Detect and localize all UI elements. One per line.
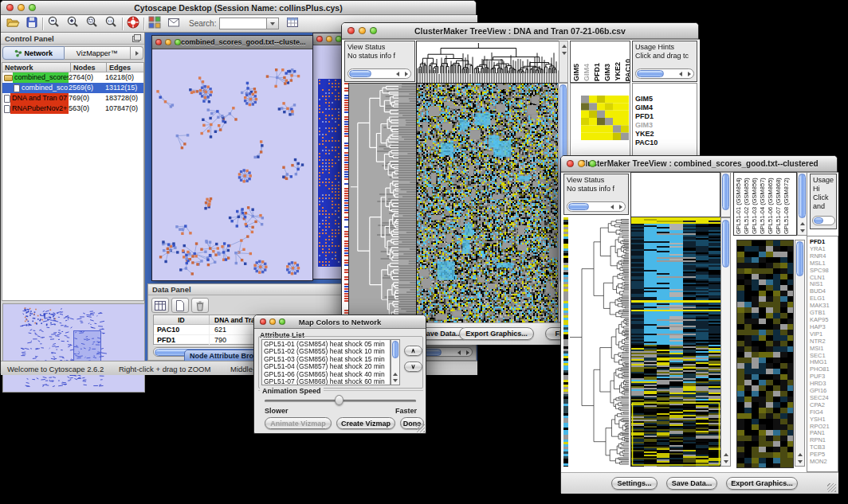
resize-grip[interactable]	[827, 483, 836, 492]
tv2-zoom-heatmap[interactable]	[736, 240, 794, 468]
tv2-button-settings[interactable]: Settings...	[611, 477, 658, 490]
tv2-hints-hscrollbar[interactable]	[812, 216, 835, 225]
network-table-row[interactable]: combined_scores2764(0)16218(0)	[2, 72, 143, 83]
tv1-button-export-graphics[interactable]: Export Graphics...	[459, 327, 534, 340]
usage-hints-title: Usage Hints	[635, 43, 694, 52]
tv2-labels-vscrollbar[interactable]	[797, 172, 807, 236]
import-table-icon[interactable]	[285, 15, 300, 33]
tv2-zoom-vscrollbar[interactable]	[795, 240, 805, 467]
select-attributes-button[interactable]	[151, 298, 169, 313]
tv1-row-label[interactable]: GIM5	[635, 95, 697, 104]
column-header-edges[interactable]: Edges	[107, 63, 143, 72]
move-up-button[interactable]: ∧	[404, 346, 422, 356]
zoom-button[interactable]	[589, 160, 596, 167]
gene-label[interactable]: MON2	[810, 459, 838, 466]
minimize-button[interactable]	[269, 318, 276, 325]
help-icon[interactable]	[126, 15, 140, 33]
search-dropdown-button[interactable]	[267, 18, 279, 29]
tv2-column-labels: GPL51-01 (GSM854)GPL51-02 (GSM855)GPL51-…	[733, 172, 797, 236]
minimize-button[interactable]	[18, 4, 25, 11]
minimize-button[interactable]	[359, 27, 366, 34]
tab-vizmapper[interactable]: VizMapper™	[65, 46, 131, 60]
id-column-header[interactable]: ID	[154, 315, 210, 324]
dialog-button-create-vizmap[interactable]: Create Vizmap	[336, 417, 395, 429]
annotation-icon[interactable]	[167, 15, 181, 33]
tv1-title: ClusterMaker TreeView : DNA and Tran 07-…	[342, 26, 698, 36]
close-button[interactable]	[260, 318, 266, 325]
tv1-row-label[interactable]: YKE2	[635, 130, 697, 139]
move-down-button[interactable]: ∨	[404, 361, 422, 372]
tv1-column-label: GIM5	[572, 64, 580, 81]
tv1-row-dendrogram[interactable]	[348, 83, 418, 324]
zoom-button[interactable]	[29, 4, 36, 11]
tv2-button-export-graphics[interactable]: Export Graphics...	[726, 477, 798, 490]
tv2-main-vscrollbar[interactable]	[720, 217, 731, 467]
column-header-nodes[interactable]: Nodes	[71, 63, 107, 72]
tab-network[interactable]: Network	[2, 46, 65, 60]
save-session-icon[interactable]	[25, 15, 39, 33]
network-table-row[interactable]: DNA and Tran 07769(0)183728(0)	[2, 93, 143, 104]
zoom-button[interactable]	[279, 318, 285, 325]
minimize-button[interactable]	[165, 39, 171, 45]
control-panel-title: Control Panel	[5, 34, 54, 43]
tv1-row-label[interactable]: PAC10	[635, 139, 697, 147]
zoom-selected-icon[interactable]	[84, 15, 100, 33]
minimize-button[interactable]	[326, 36, 332, 42]
tv1-hints-hscrollbar[interactable]	[635, 68, 694, 79]
vizmapper-icon[interactable]	[147, 15, 162, 33]
close-button[interactable]	[347, 27, 355, 34]
tv1-yellow-matrix[interactable]	[581, 96, 629, 140]
search-input[interactable]	[219, 18, 267, 29]
open-session-icon[interactable]	[6, 15, 20, 33]
close-button[interactable]	[316, 36, 323, 42]
tv2-titlebar[interactable]: ClusterMaker TreeView : combined_scores_…	[561, 156, 837, 172]
attribute-list-item[interactable]: GPL51-07 (GSM868) heat shock 60 min	[264, 378, 388, 385]
zoom-out-icon[interactable]	[46, 15, 61, 33]
close-button[interactable]	[6, 4, 14, 11]
tv2-button-save-data[interactable]: Save Data...	[666, 477, 717, 490]
control-panel: Control Panel Network VizMapper™ Network…	[1, 33, 145, 361]
delete-attribute-button[interactable]	[191, 298, 209, 313]
network-view-canvas[interactable]	[152, 49, 312, 280]
column-header-network[interactable]: Network	[2, 63, 71, 72]
dense-network-view[interactable]	[318, 79, 343, 267]
tv1-titlebar[interactable]: ClusterMaker TreeView : DNA and Tran 07-…	[342, 23, 698, 39]
tv2-heatmap[interactable]	[630, 217, 721, 467]
tab-overflow-button[interactable]	[131, 46, 143, 60]
attribute-list[interactable]: GPL51-01 (GSM854) heat shock 05 minGPL51…	[261, 339, 391, 385]
zoom-button[interactable]	[175, 39, 181, 45]
zoom-button[interactable]	[370, 27, 377, 34]
network-table-row[interactable]: combined_sco2569(6)13112(15)	[2, 83, 143, 93]
usage-hints-title: Usage Hi	[813, 176, 834, 193]
tv1-status-hscrollbar[interactable]	[347, 68, 411, 79]
network-table-row[interactable]: RNAPuberNov2+563(0)107847(0)	[2, 104, 143, 114]
zoom-in-icon[interactable]	[65, 15, 80, 33]
tv2-status-hscrollbar[interactable]	[567, 201, 626, 212]
tv1-column-label: YKE2	[614, 62, 622, 81]
float-panel-icon[interactable]	[132, 34, 141, 46]
window-controls[interactable]	[6, 4, 36, 11]
tv1-row-label[interactable]: PFD1	[635, 112, 697, 121]
speed-slider-thumb[interactable]	[335, 395, 344, 405]
tv1-column-label: PAC10	[624, 59, 630, 81]
new-attribute-button[interactable]	[171, 298, 189, 313]
tv2-top-vscrollbar[interactable]	[720, 172, 731, 217]
zoom-fit-icon[interactable]: 1:1	[104, 15, 119, 33]
tv1-heatmap[interactable]	[416, 83, 559, 324]
minimize-button[interactable]	[578, 160, 585, 167]
close-button[interactable]	[567, 160, 574, 167]
resize-grip[interactable]	[416, 424, 425, 432]
network-frame-1-titlebar[interactable]: combined_scores_good.txt--cluste...	[152, 36, 312, 49]
tv1-column-dendrogram[interactable]	[416, 41, 559, 84]
tv2-row-dendrogram[interactable]	[568, 217, 630, 467]
close-button[interactable]	[155, 39, 162, 45]
dialog-titlebar[interactable]: Map Colors to Network	[254, 315, 426, 329]
attribute-list-scrollbar[interactable]	[391, 339, 400, 385]
tv1-row-label[interactable]: GIM3	[635, 121, 697, 130]
animation-speed-label: Animation Speed	[260, 387, 324, 395]
birdseye-view[interactable]	[2, 303, 145, 393]
tv2-column-label: GPL51-08 (GSM872)	[783, 174, 790, 234]
main-titlebar[interactable]: Cytoscape Desktop (Session Name: collins…	[1, 1, 476, 15]
tv1-row-label[interactable]: GIM4	[635, 104, 697, 112]
slower-label: Slower	[265, 407, 289, 415]
